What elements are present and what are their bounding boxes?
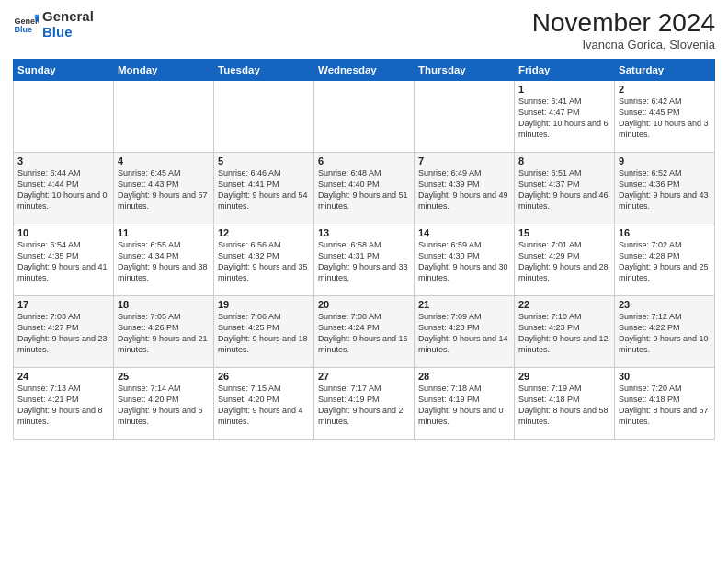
day-cell — [415, 80, 515, 152]
day-info: Sunrise: 6:46 AM Sunset: 4:41 PM Dayligh… — [218, 167, 310, 213]
day-info: Sunrise: 6:58 AM Sunset: 4:31 PM Dayligh… — [318, 239, 410, 284]
day-cell: 24Sunrise: 7:13 AM Sunset: 4:21 PM Dayli… — [14, 367, 114, 439]
day-cell: 2Sunrise: 6:42 AM Sunset: 4:45 PM Daylig… — [615, 80, 715, 152]
col-thursday: Thursday — [415, 59, 515, 80]
day-number: 9 — [619, 155, 711, 167]
day-info: Sunrise: 7:09 AM Sunset: 4:23 PM Dayligh… — [418, 311, 510, 356]
day-cell: 1Sunrise: 6:41 AM Sunset: 4:47 PM Daylig… — [515, 80, 615, 152]
day-info: Sunrise: 6:45 AM Sunset: 4:43 PM Dayligh… — [118, 167, 210, 213]
day-info: Sunrise: 6:51 AM Sunset: 4:37 PM Dayligh… — [518, 167, 610, 213]
day-cell: 11Sunrise: 6:55 AM Sunset: 4:34 PM Dayli… — [114, 224, 214, 295]
day-number: 6 — [318, 155, 410, 167]
day-info: Sunrise: 6:48 AM Sunset: 4:40 PM Dayligh… — [318, 167, 410, 213]
col-wednesday: Wednesday — [314, 59, 415, 80]
logo-general: General — [42, 9, 94, 25]
day-info: Sunrise: 7:12 AM Sunset: 4:22 PM Dayligh… — [619, 311, 711, 356]
day-info: Sunrise: 7:18 AM Sunset: 4:19 PM Dayligh… — [418, 383, 510, 428]
header: General Blue General Blue November 2024 … — [13, 9, 715, 52]
svg-text:Blue: Blue — [14, 25, 32, 34]
day-info: Sunrise: 7:05 AM Sunset: 4:26 PM Dayligh… — [118, 311, 210, 356]
day-info: Sunrise: 6:42 AM Sunset: 4:45 PM Dayligh… — [619, 96, 711, 141]
logo: General Blue General Blue — [13, 9, 94, 40]
day-number: 18 — [118, 299, 210, 310]
day-cell: 5Sunrise: 6:46 AM Sunset: 4:41 PM Daylig… — [214, 152, 314, 224]
day-number: 11 — [118, 227, 210, 238]
day-info: Sunrise: 7:14 AM Sunset: 4:20 PM Dayligh… — [118, 383, 210, 428]
day-cell: 16Sunrise: 7:02 AM Sunset: 4:28 PM Dayli… — [615, 224, 715, 295]
day-cell: 14Sunrise: 6:59 AM Sunset: 4:30 PM Dayli… — [415, 224, 515, 295]
day-cell: 10Sunrise: 6:54 AM Sunset: 4:35 PM Dayli… — [14, 224, 114, 295]
day-number: 2 — [619, 84, 711, 95]
day-info: Sunrise: 7:20 AM Sunset: 4:18 PM Dayligh… — [619, 383, 711, 428]
day-cell: 12Sunrise: 6:56 AM Sunset: 4:32 PM Dayli… — [214, 224, 314, 295]
day-cell: 9Sunrise: 6:52 AM Sunset: 4:36 PM Daylig… — [615, 152, 715, 224]
day-info: Sunrise: 6:52 AM Sunset: 4:36 PM Dayligh… — [619, 167, 711, 213]
title-block: November 2024 Ivancna Gorica, Slovenia — [532, 9, 715, 52]
day-info: Sunrise: 6:56 AM Sunset: 4:32 PM Dayligh… — [218, 239, 310, 284]
location-subtitle: Ivancna Gorica, Slovenia — [532, 38, 715, 52]
day-number: 20 — [318, 299, 410, 310]
day-info: Sunrise: 7:08 AM Sunset: 4:24 PM Dayligh… — [318, 311, 410, 356]
day-number: 30 — [619, 371, 711, 382]
day-info: Sunrise: 6:44 AM Sunset: 4:44 PM Dayligh… — [17, 167, 109, 213]
day-cell: 21Sunrise: 7:09 AM Sunset: 4:23 PM Dayli… — [415, 295, 515, 367]
day-number: 10 — [17, 227, 109, 238]
day-info: Sunrise: 6:41 AM Sunset: 4:47 PM Dayligh… — [518, 96, 610, 141]
week-row-4: 17Sunrise: 7:03 AM Sunset: 4:27 PM Dayli… — [14, 295, 715, 367]
day-number: 8 — [518, 155, 610, 167]
week-row-1: 1Sunrise: 6:41 AM Sunset: 4:47 PM Daylig… — [14, 80, 715, 152]
calendar-header-row: Sunday Monday Tuesday Wednesday Thursday… — [14, 59, 715, 80]
day-number: 15 — [518, 227, 610, 238]
page-container: General Blue General Blue November 2024 … — [0, 0, 728, 445]
day-number: 21 — [418, 299, 510, 310]
day-number: 17 — [17, 299, 109, 310]
day-number: 22 — [518, 299, 610, 310]
day-cell: 30Sunrise: 7:20 AM Sunset: 4:18 PM Dayli… — [615, 367, 715, 439]
col-sunday: Sunday — [14, 59, 114, 80]
col-friday: Friday — [515, 59, 615, 80]
col-monday: Monday — [114, 59, 214, 80]
day-number: 19 — [218, 299, 310, 310]
day-cell: 6Sunrise: 6:48 AM Sunset: 4:40 PM Daylig… — [314, 152, 415, 224]
day-info: Sunrise: 7:03 AM Sunset: 4:27 PM Dayligh… — [17, 311, 109, 356]
day-number: 27 — [318, 371, 410, 382]
day-number: 1 — [518, 84, 610, 95]
col-saturday: Saturday — [615, 59, 715, 80]
month-title: November 2024 — [532, 9, 715, 38]
day-cell — [114, 80, 214, 152]
day-number: 29 — [518, 371, 610, 382]
day-info: Sunrise: 7:15 AM Sunset: 4:20 PM Dayligh… — [218, 383, 310, 428]
day-cell: 19Sunrise: 7:06 AM Sunset: 4:25 PM Dayli… — [214, 295, 314, 367]
day-cell: 13Sunrise: 6:58 AM Sunset: 4:31 PM Dayli… — [314, 224, 415, 295]
logo-icon: General Blue — [13, 12, 39, 38]
day-info: Sunrise: 7:06 AM Sunset: 4:25 PM Dayligh… — [218, 311, 310, 356]
day-info: Sunrise: 7:10 AM Sunset: 4:23 PM Dayligh… — [518, 311, 610, 356]
day-cell: 15Sunrise: 7:01 AM Sunset: 4:29 PM Dayli… — [515, 224, 615, 295]
day-cell: 4Sunrise: 6:45 AM Sunset: 4:43 PM Daylig… — [114, 152, 214, 224]
day-cell: 26Sunrise: 7:15 AM Sunset: 4:20 PM Dayli… — [214, 367, 314, 439]
day-cell — [14, 80, 114, 152]
day-cell: 22Sunrise: 7:10 AM Sunset: 4:23 PM Dayli… — [515, 295, 615, 367]
day-info: Sunrise: 6:55 AM Sunset: 4:34 PM Dayligh… — [118, 239, 210, 284]
day-number: 13 — [318, 227, 410, 238]
day-number: 28 — [418, 371, 510, 382]
day-info: Sunrise: 7:17 AM Sunset: 4:19 PM Dayligh… — [318, 383, 410, 428]
day-cell: 29Sunrise: 7:19 AM Sunset: 4:18 PM Dayli… — [515, 367, 615, 439]
day-info: Sunrise: 7:13 AM Sunset: 4:21 PM Dayligh… — [17, 383, 109, 428]
logo-blue: Blue — [42, 25, 94, 40]
day-number: 4 — [118, 155, 210, 167]
day-number: 12 — [218, 227, 310, 238]
day-cell: 23Sunrise: 7:12 AM Sunset: 4:22 PM Dayli… — [615, 295, 715, 367]
day-number: 26 — [218, 371, 310, 382]
week-row-3: 10Sunrise: 6:54 AM Sunset: 4:35 PM Dayli… — [14, 224, 715, 295]
day-cell — [314, 80, 415, 152]
day-info: Sunrise: 6:59 AM Sunset: 4:30 PM Dayligh… — [418, 239, 510, 284]
day-cell: 17Sunrise: 7:03 AM Sunset: 4:27 PM Dayli… — [14, 295, 114, 367]
week-row-2: 3Sunrise: 6:44 AM Sunset: 4:44 PM Daylig… — [14, 152, 715, 224]
day-cell: 7Sunrise: 6:49 AM Sunset: 4:39 PM Daylig… — [415, 152, 515, 224]
day-info: Sunrise: 6:54 AM Sunset: 4:35 PM Dayligh… — [17, 239, 109, 284]
day-cell: 28Sunrise: 7:18 AM Sunset: 4:19 PM Dayli… — [415, 367, 515, 439]
day-number: 14 — [418, 227, 510, 238]
day-cell: 3Sunrise: 6:44 AM Sunset: 4:44 PM Daylig… — [14, 152, 114, 224]
day-number: 23 — [619, 299, 711, 310]
